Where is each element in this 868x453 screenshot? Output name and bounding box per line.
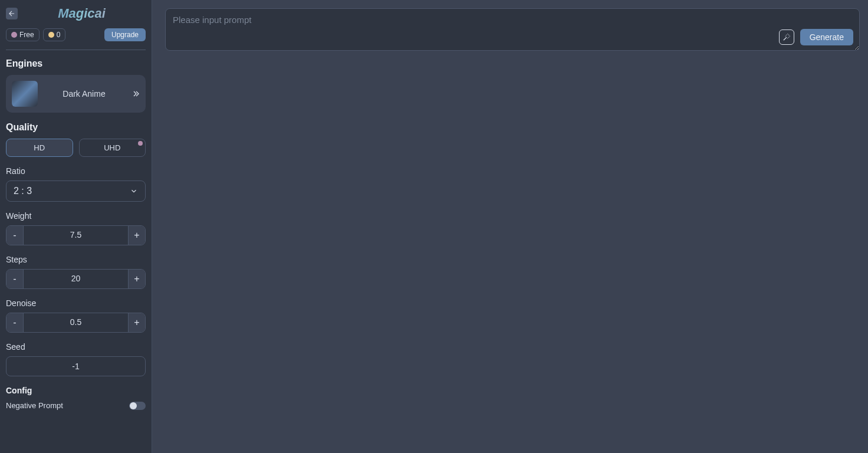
seed-input[interactable]: -1 bbox=[6, 356, 146, 376]
negative-prompt-row: Negative Prompt bbox=[6, 401, 146, 410]
plan-badge: Free bbox=[6, 28, 40, 41]
quality-title: Quality bbox=[6, 122, 146, 133]
engines-title: Engines bbox=[6, 58, 146, 69]
divider bbox=[6, 50, 146, 50]
ratio-value: 2 : 3 bbox=[14, 186, 32, 196]
enhance-button[interactable] bbox=[779, 29, 794, 45]
quality-uhd-button[interactable]: UHD bbox=[79, 139, 146, 157]
denoise-minus-button[interactable]: - bbox=[6, 313, 23, 332]
upgrade-button[interactable]: Upgrade bbox=[104, 28, 146, 41]
credits-value: 0 bbox=[57, 31, 61, 39]
chevron-right-icon bbox=[130, 89, 140, 99]
weight-title: Weight bbox=[6, 211, 146, 221]
back-button[interactable] bbox=[6, 8, 18, 19]
weight-stepper: - 7.5 + bbox=[6, 225, 146, 245]
steps-stepper: - 20 + bbox=[6, 269, 146, 289]
config-title: Config bbox=[6, 386, 146, 395]
ratio-select[interactable]: 2 : 3 bbox=[6, 180, 146, 202]
arrow-left-icon bbox=[8, 9, 16, 18]
weight-plus-button[interactable]: + bbox=[129, 226, 145, 245]
steps-minus-button[interactable]: - bbox=[6, 270, 23, 288]
generate-button[interactable]: Generate bbox=[800, 29, 853, 45]
steps-title: Steps bbox=[6, 255, 146, 264]
quality-hd-button[interactable]: HD bbox=[6, 139, 73, 157]
denoise-value[interactable]: 0.5 bbox=[23, 313, 129, 332]
steps-plus-button[interactable]: + bbox=[129, 270, 145, 288]
plan-label: Free bbox=[19, 31, 34, 39]
engine-name: Dark Anime bbox=[44, 89, 124, 99]
app-logo: Magicai bbox=[18, 6, 146, 21]
weight-value[interactable]: 7.5 bbox=[23, 226, 129, 245]
prompt-placeholder: Please input prompt bbox=[173, 15, 251, 25]
denoise-stepper: - 0.5 + bbox=[6, 313, 146, 333]
negative-prompt-label: Negative Prompt bbox=[6, 401, 63, 410]
sidebar-header: Magicai bbox=[6, 6, 146, 21]
main-area: Please input prompt Generate bbox=[152, 0, 868, 453]
chevron-down-icon bbox=[130, 187, 138, 195]
magic-wand-icon bbox=[782, 33, 791, 41]
prompt-actions: Generate bbox=[779, 29, 853, 45]
negative-prompt-toggle[interactable] bbox=[129, 402, 146, 410]
coin-icon bbox=[48, 32, 54, 38]
denoise-title: Denoise bbox=[6, 298, 146, 308]
quality-uhd-label: UHD bbox=[104, 143, 120, 152]
sidebar: Magicai Free 0 Upgrade Engines Dark Anim… bbox=[0, 0, 152, 453]
prompt-textarea[interactable]: Please input prompt Generate bbox=[165, 8, 860, 51]
weight-minus-button[interactable]: - bbox=[6, 226, 23, 245]
engine-selector[interactable]: Dark Anime bbox=[6, 75, 146, 113]
denoise-plus-button[interactable]: + bbox=[129, 313, 145, 332]
quality-row: HD UHD bbox=[6, 139, 146, 157]
engine-thumbnail bbox=[12, 81, 38, 107]
plan-icon bbox=[11, 32, 17, 38]
seed-title: Seed bbox=[6, 342, 146, 352]
steps-value[interactable]: 20 bbox=[23, 270, 129, 288]
premium-icon bbox=[138, 141, 143, 146]
ratio-title: Ratio bbox=[6, 166, 146, 176]
plan-row: Free 0 Upgrade bbox=[6, 28, 146, 41]
credits-badge: 0 bbox=[43, 28, 66, 41]
toggle-knob bbox=[130, 402, 137, 409]
